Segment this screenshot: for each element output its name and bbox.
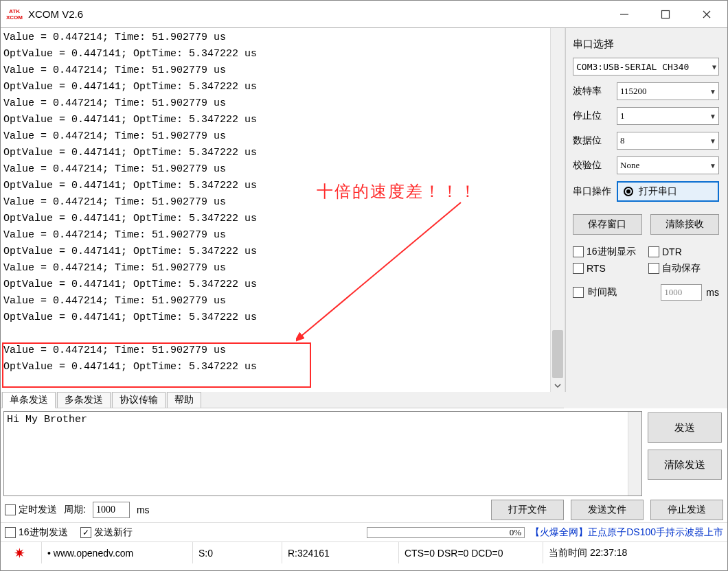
port-combo-value: COM3:USB-SERIAL CH340 xyxy=(576,62,689,72)
status-received: R:324161 xyxy=(282,542,399,563)
dtr-option[interactable]: DTR xyxy=(648,246,690,258)
status-time: 当前时间 22:37:18 xyxy=(543,542,727,563)
serial-settings-panel: 串口选择 COM3:USB-SERIAL CH340 ▼ 波特率 115200 … xyxy=(565,28,727,392)
close-button[interactable] xyxy=(686,1,727,28)
scroll-thumb[interactable] xyxy=(552,330,563,378)
send-newline-label: 发送新行 xyxy=(94,526,133,539)
scroll-down-arrow[interactable] xyxy=(551,380,565,392)
databits-value: 8 xyxy=(620,135,625,146)
period-input[interactable]: 1000 xyxy=(93,502,130,518)
send-file-button[interactable]: 发送文件 xyxy=(571,500,644,520)
clear-send-button[interactable]: 清除发送 xyxy=(648,450,722,480)
timestamp-interval-input[interactable]: 1000 xyxy=(661,284,702,301)
app-icon: ATK XCOM xyxy=(6,6,23,23)
display-options: 16进制显示 DTR RTS 自动保存 xyxy=(573,246,719,275)
stopbits-select[interactable]: 1 ▼ xyxy=(617,107,719,125)
autosave-option[interactable]: 自动保存 xyxy=(648,262,703,275)
port-combo[interactable]: COM3:USB-SERIAL CH340 ▼ xyxy=(573,58,719,75)
log-scrollbar[interactable] xyxy=(550,28,565,392)
baud-select[interactable]: 115200 ▼ xyxy=(617,82,719,100)
tab-1[interactable]: 多条发送 xyxy=(57,392,111,408)
timestamp-unit: ms xyxy=(706,287,719,298)
databits-label: 数据位 xyxy=(573,135,611,147)
parity-select[interactable]: None ▼ xyxy=(617,156,719,174)
status-lines: CTS=0 DSR=0 DCD=0 xyxy=(399,542,543,563)
rts-checkbox[interactable] xyxy=(573,263,584,274)
dtr-label: DTR xyxy=(662,246,682,257)
main-area: Value = 0.447214; Time: 51.902779 us Opt… xyxy=(1,28,727,392)
app-icon-top: ATK xyxy=(9,8,20,14)
send-scrollbar[interactable] xyxy=(628,412,641,496)
timed-send-checkbox[interactable] xyxy=(5,504,16,515)
chevron-down-icon: ▼ xyxy=(709,88,716,95)
annotation-text: 十倍的速度差！！！ xyxy=(317,180,477,202)
open-port-button[interactable]: 打开串口 xyxy=(617,181,719,202)
receive-log[interactable]: Value = 0.447214; Time: 51.902779 us Opt… xyxy=(1,28,550,392)
baud-row: 波特率 115200 ▼ xyxy=(573,82,719,100)
hex-send-label: 16进制发送 xyxy=(19,526,68,539)
app-icon-bot: XCOM xyxy=(6,14,23,21)
autosave-label: 自动保存 xyxy=(662,262,701,275)
stop-send-button[interactable]: 停止发送 xyxy=(650,500,723,520)
stopbits-value: 1 xyxy=(620,110,625,121)
clear-receive-button[interactable]: 清除接收 xyxy=(650,214,720,235)
send-area: Hi My Brother 发送 清除发送 xyxy=(1,408,727,498)
parity-label: 校验位 xyxy=(573,159,611,172)
chevron-down-icon: ▼ xyxy=(712,63,716,71)
timestamp-label: 时间戳 xyxy=(588,286,617,299)
hex-send-option[interactable]: 16进制发送 xyxy=(5,526,73,539)
timed-send-label: 定时发送 xyxy=(19,504,57,516)
tab-2[interactable]: 协议传输 xyxy=(112,392,166,408)
timestamp-row: 时间戳 1000 ms xyxy=(573,284,719,301)
send-newline-option[interactable]: 发送新行 xyxy=(80,526,149,539)
send-tabs: 单条发送多条发送协议传输帮助 xyxy=(1,392,564,408)
stopbits-label: 停止位 xyxy=(573,110,611,122)
send-newline-checkbox[interactable] xyxy=(80,527,91,538)
open-port-button-label: 打开串口 xyxy=(639,185,677,198)
dtr-checkbox[interactable] xyxy=(648,246,659,257)
window-title: XCOM V2.6 xyxy=(28,8,83,20)
chevron-down-icon: ▼ xyxy=(709,162,716,170)
chevron-down-icon: ▼ xyxy=(709,113,716,120)
site-link[interactable]: www.openedv.com xyxy=(42,542,193,563)
hex-send-checkbox[interactable] xyxy=(5,527,16,538)
autosave-checkbox[interactable] xyxy=(648,263,659,274)
gear-icon[interactable]: ✷ xyxy=(14,545,28,561)
send-textarea[interactable]: Hi My Brother xyxy=(4,412,628,496)
minimize-button[interactable] xyxy=(604,1,645,28)
baud-label: 波特率 xyxy=(573,85,611,97)
databits-row: 数据位 8 ▼ xyxy=(573,132,719,150)
rts-option[interactable]: RTS xyxy=(573,262,641,275)
tab-3[interactable]: 帮助 xyxy=(167,392,201,408)
hex-display-label: 16进制显示 xyxy=(587,246,636,258)
hex-display-checkbox[interactable] xyxy=(573,246,584,257)
maximize-button[interactable] xyxy=(645,1,686,28)
send-options-row: 定时发送 周期: 1000 ms 打开文件 发送文件 停止发送 xyxy=(1,498,727,522)
save-window-button[interactable]: 保存窗口 xyxy=(573,214,642,235)
rts-label: RTS xyxy=(587,263,606,274)
baud-value: 115200 xyxy=(620,86,647,97)
period-label: 周期: xyxy=(64,504,86,516)
stopbits-row: 停止位 1 ▼ xyxy=(573,107,719,125)
port-section-title: 串口选择 xyxy=(573,38,719,51)
tab-0[interactable]: 单条发送 xyxy=(2,392,56,408)
ad-link[interactable]: 【火爆全网】正点原子DS100手持示波器上市 xyxy=(530,526,723,539)
parity-row: 校验位 None ▼ xyxy=(573,156,719,174)
svg-rect-1 xyxy=(662,10,670,18)
port-op-label: 串口操作 xyxy=(573,185,611,198)
title-bar: ATK XCOM XCOM V2.6 xyxy=(1,1,727,28)
status-bar: ✷ www.openedv.com S:0 R:324161 CTS=0 DSR… xyxy=(1,541,727,563)
port-status-icon xyxy=(624,187,633,196)
link-row: 16进制发送 发送新行 0% 【火爆全网】正点原子DS100手持示波器上市 xyxy=(1,522,727,541)
send-button[interactable]: 发送 xyxy=(648,412,722,443)
progress-bar: 0% xyxy=(367,527,525,538)
timestamp-checkbox[interactable] xyxy=(573,287,584,298)
period-unit: ms xyxy=(137,504,150,515)
open-file-button[interactable]: 打开文件 xyxy=(491,500,564,520)
databits-select[interactable]: 8 ▼ xyxy=(617,132,719,150)
hex-display-option[interactable]: 16进制显示 xyxy=(573,246,641,258)
chevron-down-icon: ▼ xyxy=(709,137,716,145)
send-text-wrap: Hi My Brother xyxy=(3,411,642,496)
status-sent: S:0 xyxy=(193,542,282,563)
timed-send-option[interactable]: 定时发送 xyxy=(5,504,57,516)
